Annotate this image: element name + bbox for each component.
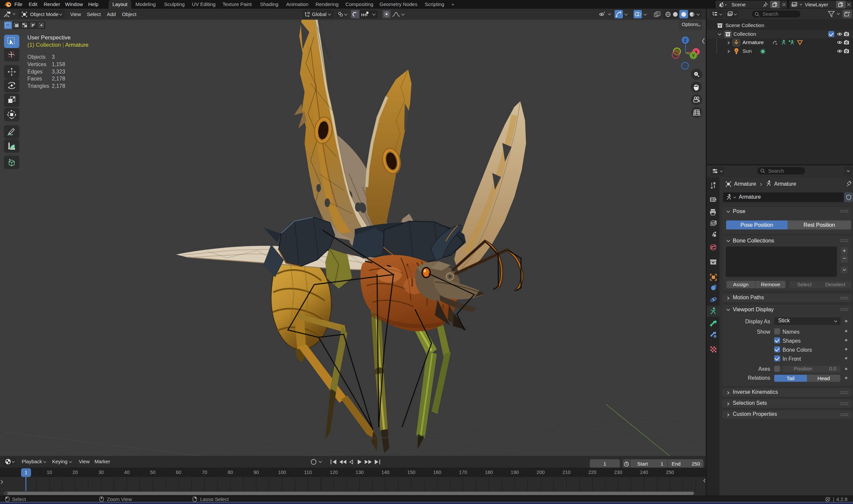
- svg-text:180: 180: [485, 470, 493, 475]
- svg-text:220: 220: [588, 470, 596, 475]
- svg-text:Y: Y: [692, 53, 695, 58]
- svg-text:120: 120: [330, 470, 338, 475]
- svg-text:240: 240: [640, 470, 648, 475]
- svg-text:130: 130: [356, 470, 364, 475]
- svg-text:70: 70: [202, 470, 207, 475]
- svg-text:170: 170: [459, 470, 467, 475]
- svg-text:160: 160: [433, 470, 441, 475]
- svg-text:100: 100: [278, 470, 286, 475]
- svg-text:150: 150: [407, 470, 415, 475]
- svg-text:230: 230: [614, 470, 622, 475]
- svg-text:140: 140: [381, 470, 389, 475]
- svg-text:110: 110: [304, 470, 312, 475]
- svg-text:20: 20: [72, 470, 78, 475]
- svg-text:80: 80: [228, 470, 233, 475]
- svg-text:90: 90: [254, 470, 259, 475]
- svg-text:190: 190: [511, 470, 519, 475]
- svg-text:40: 40: [124, 470, 130, 475]
- svg-text:60: 60: [176, 470, 181, 475]
- svg-text:Z: Z: [684, 38, 686, 43]
- svg-text:50: 50: [150, 470, 155, 475]
- svg-text:200: 200: [537, 470, 545, 475]
- svg-text:250: 250: [666, 470, 674, 475]
- svg-text:210: 210: [562, 470, 570, 475]
- svg-text:30: 30: [98, 470, 104, 475]
- svg-text:10: 10: [47, 470, 52, 475]
